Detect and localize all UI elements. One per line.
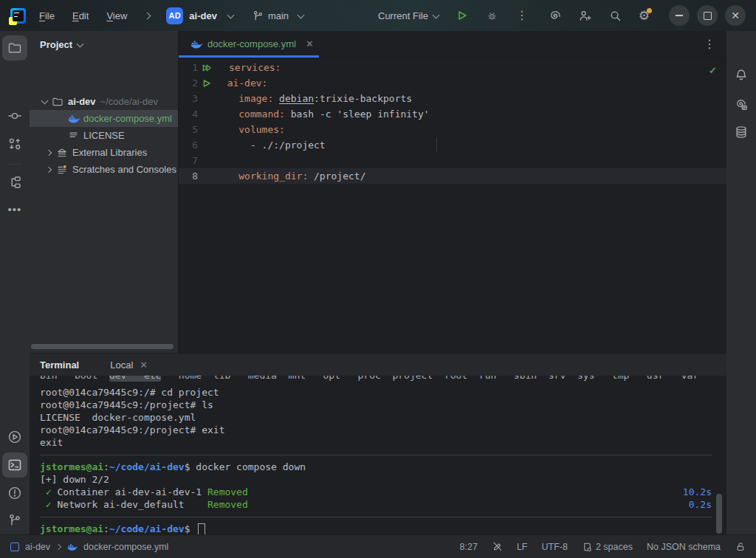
caret-position-widget[interactable]: 8:27 xyxy=(460,542,478,552)
search-everywhere-icon[interactable] xyxy=(608,9,622,23)
notifications-tool-button[interactable] xyxy=(729,63,754,88)
run-configuration-selector[interactable]: Current File xyxy=(378,10,439,21)
prompt-path: ~/code/ai-dev xyxy=(109,461,185,473)
line-separator-widget[interactable]: LF xyxy=(517,542,528,552)
terminal-prompt-line-active[interactable]: jstormes@ai:~/code/ai-dev$ xyxy=(40,523,712,534)
tree-row-root[interactable]: ai-dev ~/code/ai-dev xyxy=(30,93,178,110)
tree-row-license[interactable]: LICENSE xyxy=(30,127,178,144)
menu-overflow-chevron-icon[interactable] xyxy=(144,12,151,19)
run-button[interactable] xyxy=(456,10,468,21)
chevron-right-icon[interactable] xyxy=(46,149,52,155)
yaml-value xyxy=(273,91,279,106)
code-line-2[interactable]: 2 ai-dev: xyxy=(179,75,726,91)
ide-logo-icon[interactable] xyxy=(10,8,26,24)
services-tool-button[interactable] xyxy=(2,424,27,450)
title-bar: File Edit View AD ai-dev main Current Fi… xyxy=(0,0,756,32)
problems-tool-button[interactable] xyxy=(2,480,27,506)
chevron-down-icon[interactable] xyxy=(41,97,48,105)
code-line-3[interactable]: 3 image: debian:trixie-backports xyxy=(179,91,726,106)
code-line-8-active[interactable]: 8 working_dir: /project/ xyxy=(179,168,726,184)
line-number: 6 xyxy=(179,137,198,153)
terminal-line: root@014ca79445c9:/project# exit xyxy=(40,424,712,436)
tree-row-docker-compose[interactable]: docker-compose.yml xyxy=(30,110,178,127)
chevron-right-icon[interactable] xyxy=(46,166,52,172)
line-number: 8 xyxy=(179,168,198,184)
chevron-down-icon xyxy=(227,11,234,18)
database-tool-button[interactable] xyxy=(729,120,754,145)
indent-widget[interactable]: 2 spaces xyxy=(582,542,633,552)
code-line-4[interactable]: 4 command: bash -c 'sleep infinity' xyxy=(179,106,726,122)
tree-root-name: ai-dev xyxy=(68,96,96,107)
tab-title: docker-compose.yml xyxy=(207,38,296,49)
chevron-down-icon xyxy=(432,11,439,18)
commit-tool-button[interactable] xyxy=(2,103,27,128)
tree-group-name: Scratches and Consoles xyxy=(72,164,176,175)
code-line-5[interactable]: 5 volumes: xyxy=(179,122,726,137)
vertical-scrollbar[interactable] xyxy=(716,494,722,534)
vcs-tool-button[interactable] xyxy=(2,131,27,156)
more-actions-button[interactable]: ⋮ xyxy=(516,10,528,21)
terminal-tab-close-icon[interactable]: ✕ xyxy=(140,359,148,371)
menu-view[interactable]: View xyxy=(106,10,127,21)
image-name-link[interactable]: debian xyxy=(279,91,314,106)
minimize-button[interactable] xyxy=(669,5,690,26)
vcs-graph-icon xyxy=(7,137,22,151)
close-button[interactable]: ✕ xyxy=(725,5,746,26)
more-tool-windows-button[interactable]: ••• xyxy=(2,196,27,221)
run-gutter-icon[interactable] xyxy=(198,75,216,91)
breadcrumb-project[interactable]: ai-dev xyxy=(25,542,50,552)
schema-widget[interactable]: No JSON schema xyxy=(647,542,721,552)
project-tool-button[interactable] xyxy=(2,35,27,61)
maximize-button[interactable] xyxy=(697,5,718,26)
terminal-tab-local[interactable]: Local ✕ xyxy=(110,359,148,371)
code-with-me-icon[interactable] xyxy=(578,9,592,23)
structure-tool-button[interactable] xyxy=(2,170,27,195)
indent-config-icon xyxy=(582,542,592,552)
tree-file-name: LICENSE xyxy=(83,130,125,141)
debug-button[interactable] xyxy=(486,10,498,22)
yaml-key: volumes: xyxy=(238,122,285,137)
tree-row-external-libraries[interactable]: External Libraries xyxy=(30,144,178,161)
tab-docker-compose[interactable]: docker-compose.yml ✕ xyxy=(179,31,324,58)
selected-text: dev etc xyxy=(109,376,161,382)
unlocked-padlock-icon[interactable] xyxy=(735,541,746,552)
ai-chat-tool-button[interactable] xyxy=(729,92,754,117)
tree-row-scratches[interactable]: Scratches and Consoles xyxy=(30,161,178,178)
git-tool-button[interactable] xyxy=(2,508,27,533)
project-panel-header[interactable]: Project xyxy=(30,31,178,58)
encoding-widget[interactable]: UTF-8 xyxy=(542,542,568,552)
code-line-7[interactable]: 7 xyxy=(179,153,726,168)
yaml-key: working_dir: xyxy=(238,168,308,184)
run-all-gutter-icon[interactable] xyxy=(198,60,216,75)
ai-assistant-icon[interactable] xyxy=(548,9,562,23)
breadcrumb-file[interactable]: docker-compose.yml xyxy=(83,542,168,552)
terminal-panel: Terminal Local ✕ bin boot dev etc home l… xyxy=(30,353,726,534)
tab-close-icon[interactable]: ✕ xyxy=(306,38,314,49)
right-tool-stripe xyxy=(726,31,756,534)
project-avatar-badge: AD xyxy=(166,7,183,24)
prompt-path: ~/code/ai-dev xyxy=(109,523,185,534)
menu-edit[interactable]: Edit xyxy=(72,10,89,21)
project-panel-title: Project xyxy=(40,39,72,50)
terminal-output[interactable]: bin boot dev etc home lib media mnt opt … xyxy=(40,376,712,534)
vcs-branch-widget[interactable]: main xyxy=(252,10,303,21)
code-line-1[interactable]: 1 services: xyxy=(179,60,726,75)
yaml-key: image: xyxy=(238,91,273,106)
check-icon: ✓ xyxy=(40,498,57,511)
line-number: 1 xyxy=(179,60,198,75)
prompt-user: jstormes@ai xyxy=(40,461,103,473)
check-icon: ✓ xyxy=(40,486,57,498)
settings-gear-icon[interactable]: ⚙ xyxy=(639,10,650,22)
line-number: 7 xyxy=(179,153,198,168)
left-tool-stripe: ••• xyxy=(0,31,30,534)
highlighting-off-icon[interactable] xyxy=(492,541,503,552)
code-viewport[interactable]: 1 services: 2 ai-dev: 3 image: debian:tr… xyxy=(179,60,726,184)
code-line-6[interactable]: 6 - ./:/project xyxy=(179,137,726,153)
tab-options-icon[interactable]: ⋮ xyxy=(704,38,726,50)
project-widget[interactable]: AD ai-dev xyxy=(166,7,233,24)
terminal-tool-button[interactable] xyxy=(2,452,27,478)
git-branch-icon xyxy=(7,513,22,528)
menu-file[interactable]: File xyxy=(39,10,55,21)
horizontal-scrollbar[interactable] xyxy=(31,344,173,349)
docker-icon xyxy=(66,542,78,551)
